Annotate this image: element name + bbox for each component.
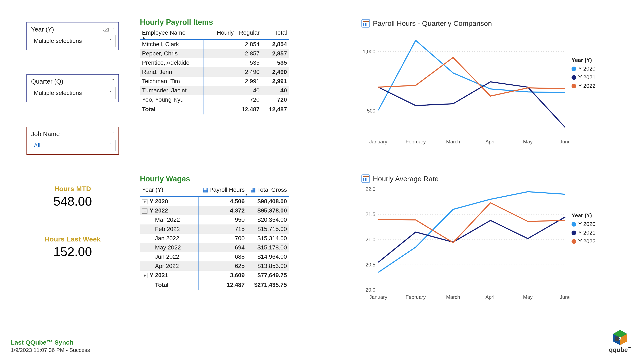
table-header-row: Year (Y) ▦Payroll Hours▼ ▦Total Gross [140, 184, 289, 196]
table-row[interactable]: Jan 2022700$15,314.00 [140, 234, 289, 243]
eraser-icon[interactable]: ⌫ [102, 27, 109, 32]
total-hours: 12,487 [199, 280, 247, 290]
kpi-hours-mtd: Hours MTD 548.00 [26, 185, 119, 208]
chevron-down-icon[interactable]: ˅ [112, 79, 114, 84]
col-employee-name[interactable]: Employee Name▲ [140, 28, 204, 40]
cell-hours: 694 [199, 243, 247, 252]
chart1-plot: 5001,000JanuaryFebruaryMarchAprilMayJune [362, 30, 570, 147]
table-payroll-items[interactable]: Employee Name▲ Hourly - Regular Total Mi… [140, 28, 289, 114]
legend-item[interactable]: Y 2022 [572, 238, 596, 244]
expand-icon[interactable]: + [142, 273, 148, 278]
sync-status: 1/9/2023 11:07:36 PM - Success [11, 347, 90, 354]
table-row[interactable]: Pepper, Chris2,8572,857 [140, 49, 289, 58]
svg-text:May: May [523, 294, 532, 300]
cell-employee: Prentice, Adelaide [140, 58, 204, 68]
cell-gross: $15,178.00 [247, 243, 289, 252]
total-total: 12,487 [262, 104, 289, 114]
cell-gross: $20,354.00 [247, 215, 289, 224]
table-row[interactable]: Mar 2022950$20,354.00 [140, 215, 289, 224]
svg-text:January: January [369, 139, 387, 144]
table-row[interactable]: −Y 20224,372$95,378.00 [140, 206, 289, 215]
table-total-row: Total 12,487 $271,435.75 [140, 280, 289, 290]
svg-text:22.0: 22.0 [366, 186, 375, 192]
cell-year: Feb 2022 [140, 224, 199, 234]
cell-total: 2,490 [262, 68, 289, 77]
legend-item[interactable]: Y 2022 [572, 83, 596, 89]
svg-text:March: March [446, 139, 460, 144]
slicer-quarter-header: Quarter (Q) ˅ [30, 77, 116, 87]
cell-total: 720 [262, 95, 289, 104]
cell-hourly: 535 [204, 58, 262, 68]
legend-item[interactable]: Y 2021 [572, 74, 596, 81]
cell-hours: 688 [199, 252, 247, 262]
table-row[interactable]: Yoo, Young-Kyu720720 [140, 95, 289, 104]
cell-total: 2,857 [262, 49, 289, 58]
chevron-down-icon[interactable]: ˅ [112, 27, 114, 32]
slicer-year-select[interactable]: Multiple selections ˅ [30, 35, 116, 47]
legend-swatch [572, 222, 576, 226]
total-label: Total [140, 280, 199, 290]
cell-year: May 2022 [140, 243, 199, 252]
chevron-down-icon[interactable]: ˅ [112, 131, 114, 137]
slicer-year[interactable]: Year (Y) ⌫ ˅ Multiple selections ˅ [26, 22, 119, 50]
logo: ⬛Σ qqube™ [609, 328, 631, 354]
table-row[interactable]: Feb 2022715$15,715.00 [140, 224, 289, 234]
col-hourly-regular[interactable]: Hourly - Regular [204, 28, 262, 40]
legend-item[interactable]: Y 2020 [572, 66, 596, 72]
slicer-quarter[interactable]: Quarter (Q) ˅ Multiple selections ˅ [26, 74, 119, 102]
chart2-plot: 20.020.521.021.522.0JanuaryFebruaryMarch… [362, 185, 570, 302]
footer: Last QQube™ Synch 1/9/2023 11:07:36 PM -… [11, 339, 90, 354]
table-row[interactable]: Mitchell, Clark2,8542,854 [140, 40, 289, 49]
table-row[interactable]: Prentice, Adelaide535535 [140, 58, 289, 68]
cell-hours: 950 [199, 215, 247, 224]
table-row[interactable]: +Y 20213,609$77,649.75 [140, 271, 289, 280]
collapse-icon[interactable]: − [142, 208, 148, 214]
col-total[interactable]: Total [262, 28, 289, 40]
kpi-hours-mtd-value: 548.00 [26, 194, 119, 208]
sync-title: Last QQube™ Synch [11, 339, 90, 346]
cell-year: Jan 2022 [140, 234, 199, 243]
slicer-job-value: All [34, 142, 40, 149]
col-year[interactable]: Year (Y) [140, 184, 199, 196]
cell-employee: Pepper, Chris [140, 49, 204, 58]
total-hourly: 12,487 [204, 104, 262, 114]
svg-text:January: January [369, 294, 387, 300]
chart-hourly-avg-rate[interactable]: Hourly Average Rate 20.020.521.021.522.0… [362, 174, 605, 302]
table-row[interactable]: Apr 2022625$13,853.00 [140, 262, 289, 271]
table-row[interactable]: May 2022694$15,178.00 [140, 243, 289, 252]
cell-gross: $15,715.00 [247, 224, 289, 234]
svg-text:June: June [560, 139, 570, 144]
slicer-quarter-select[interactable]: Multiple selections ˅ [30, 87, 116, 99]
svg-text:20.0: 20.0 [366, 287, 375, 293]
cell-employee: Rand, Jenn [140, 68, 204, 77]
section-title-payroll-items: Hourly Payroll Items [140, 18, 213, 27]
legend-swatch [572, 230, 576, 235]
chevron-down-icon: ˅ [109, 38, 112, 44]
section-title-hourly-wages: Hourly Wages [140, 174, 190, 183]
sort-asc-icon: ▲ [142, 36, 145, 40]
col-payroll-hours[interactable]: ▦Payroll Hours▼ [199, 184, 247, 196]
slicer-job-select[interactable]: All ˅ [30, 140, 116, 152]
legend-item[interactable]: Y 2021 [572, 230, 596, 236]
table-row[interactable]: Rand, Jenn2,4902,490 [140, 68, 289, 77]
table-row[interactable]: Tumacder, Jacint4040 [140, 86, 289, 95]
svg-text:⬛Σ: ⬛Σ [614, 336, 622, 341]
table-row[interactable]: Jun 2022688$14,964.00 [140, 252, 289, 262]
col-total-gross[interactable]: ▦Total Gross [247, 184, 289, 196]
legend-swatch [572, 66, 576, 71]
slicer-job[interactable]: Job Name ˅ All ˅ [26, 126, 119, 155]
legend-item[interactable]: Y 2020 [572, 221, 596, 228]
legend-swatch [572, 84, 576, 88]
slicer-year-header: Year (Y) ⌫ ˅ [30, 24, 116, 35]
table-row[interactable]: Teichman, Tim2,9912,991 [140, 77, 289, 86]
table-hourly-wages[interactable]: Year (Y) ▦Payroll Hours▼ ▦Total Gross +Y… [140, 184, 289, 290]
expand-icon[interactable]: + [142, 199, 148, 204]
legend-swatch [572, 75, 576, 80]
cell-employee: Mitchell, Clark [140, 40, 204, 49]
chart-payroll-hours[interactable]: Payroll Hours - Quarterly Comparison 500… [362, 19, 605, 147]
cell-hours: 715 [199, 224, 247, 234]
svg-text:21.0: 21.0 [366, 237, 375, 242]
cell-employee: Yoo, Young-Kyu [140, 95, 204, 104]
legend-swatch [572, 239, 576, 244]
table-row[interactable]: +Y 20204,506$98,408.00 [140, 196, 289, 206]
